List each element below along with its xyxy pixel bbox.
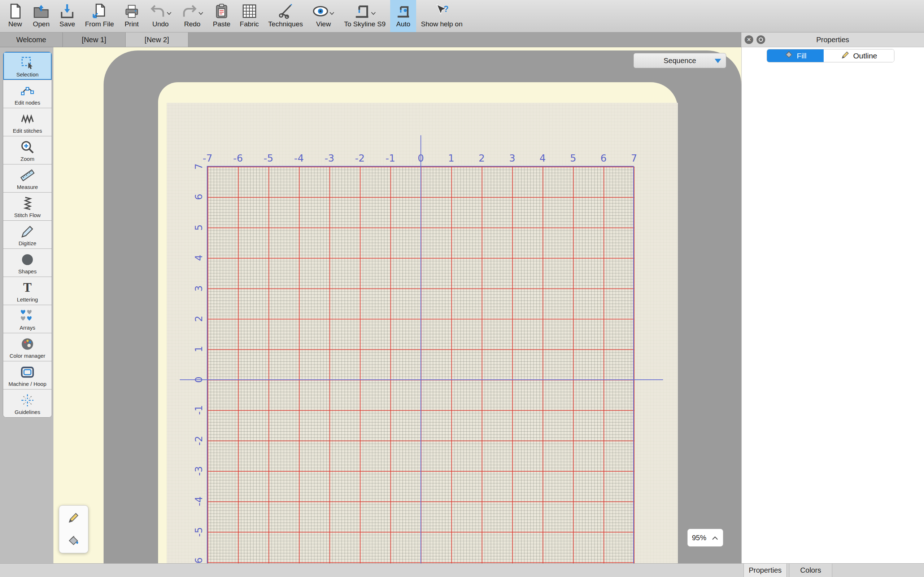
color-manager-icon (20, 336, 35, 352)
tool-label: Stitch Flow (14, 212, 40, 218)
new-document-icon (7, 3, 23, 19)
close-icon[interactable]: ✕ (745, 35, 753, 44)
ruler-left-label: -2 (193, 436, 204, 445)
print-icon (123, 3, 140, 19)
ruler-top-label: -5 (263, 153, 273, 164)
tool-label: Guidelines (15, 409, 40, 415)
ruler-top-label: -3 (325, 153, 334, 164)
status-tab-label: Properties (749, 566, 782, 574)
toolbar-item-label: Show help on (421, 20, 462, 28)
chevron-down-icon (329, 10, 334, 16)
collapse-glyph (758, 37, 763, 42)
ruler-top-label: 6 (601, 153, 607, 164)
toolbar-item-show-help-on[interactable]: ?Show help on (416, 0, 467, 32)
techniques-icon (277, 3, 294, 19)
svg-text:?: ? (444, 4, 449, 14)
ruler-top-label: 5 (570, 153, 576, 164)
toolbar-item-save[interactable]: Save (54, 0, 80, 32)
tool-guidelines[interactable]: Guidelines (3, 390, 52, 417)
sequence-dropdown[interactable]: Sequence (633, 53, 726, 68)
ruler-top-label: -2 (355, 153, 365, 164)
toolbar-item-undo[interactable]: Undo (145, 0, 176, 32)
triangle-down-icon (714, 58, 722, 66)
outline-button[interactable]: Outline (824, 49, 894, 62)
ruler-left-label: -1 (193, 405, 204, 415)
ruler-top-label: -4 (294, 153, 304, 164)
pencil-icon (841, 50, 850, 61)
tool-edit-stitches[interactable]: Edit stitches (3, 108, 52, 136)
ruler-left-label: -4 (193, 496, 204, 506)
toolbar-item-redo[interactable]: Redo (176, 0, 208, 32)
tool-shapes[interactable]: Shapes (3, 249, 52, 277)
tab-new-1[interactable]: [New 1] (63, 32, 126, 47)
ruler-top-label: 2 (478, 153, 485, 164)
tool-label: Digitize (18, 240, 36, 246)
undo-icon (149, 3, 166, 19)
chevron-up-icon (711, 534, 719, 542)
tool-arrays[interactable]: Arrays (3, 305, 52, 333)
bucket-icon[interactable] (62, 531, 85, 551)
toolbar-item-label: Redo (184, 20, 200, 28)
tool-label: Arrays (19, 324, 35, 331)
ruler-top-label: 4 (540, 153, 546, 164)
toolbar-item-view[interactable]: View (307, 0, 339, 32)
ruler-top-label: 0 (418, 153, 424, 164)
ruler-left-label: 3 (193, 285, 204, 292)
toolbar-item-open[interactable]: Open (28, 0, 54, 32)
ruler-left-label: -6 (193, 558, 204, 563)
tool-stack: SelectionEdit nodesEdit stitchesZoomMeas… (3, 52, 52, 417)
measure-icon (20, 167, 35, 184)
zoom-level-control[interactable]: 95% (687, 529, 723, 547)
toolbar-item-new[interactable]: New (2, 0, 28, 32)
ruler-left-label: 2 (193, 316, 204, 322)
tool-machine-hoop[interactable]: Machine / Hoop (3, 361, 52, 390)
guidelines-icon (20, 392, 35, 409)
toolbar-item-fabric[interactable]: Fabric (235, 0, 263, 32)
document-tabbar: Welcome [New 1] [New 2] (0, 32, 741, 47)
tool-stitch-flow[interactable]: Stitch Flow (3, 193, 52, 221)
toolbar-item-label: From File (85, 20, 114, 28)
ruler-left-label: -3 (193, 466, 204, 476)
tool-measure[interactable]: Measure (3, 164, 52, 193)
toolbar-item-to-skyline-s9[interactable]: To Skyline S9 (339, 0, 390, 32)
fill-button[interactable]: Fill (767, 49, 824, 62)
toolbar-item-label: Undo (152, 20, 168, 28)
horizontal-axis-line (180, 379, 663, 380)
ruler-left-label: 0 (193, 377, 204, 383)
tool-edit-nodes[interactable]: Edit nodes (3, 80, 52, 108)
status-tab-colors[interactable]: Colors (789, 564, 832, 577)
toolbar-item-label: To Skyline S9 (344, 20, 386, 28)
toolbar-item-paste[interactable]: Paste (208, 0, 235, 32)
toolbar-item-auto[interactable]: Auto (390, 0, 416, 32)
toolbar-item-label: Techniques (268, 20, 303, 28)
arrays-icon (20, 308, 35, 324)
draw-tools-popup (59, 505, 89, 553)
status-bar: Properties Colors (0, 563, 924, 577)
toolbar-item-label: Paste (213, 20, 231, 28)
toolbar: NewOpenSaveFrom FilePrintUndoRedoPasteFa… (0, 0, 924, 32)
collapse-icon[interactable] (756, 35, 765, 44)
toolbar-item-label: Fabric (240, 20, 259, 28)
ruler-left: 76543210-1-2-3-4-5-6 (192, 167, 205, 563)
ruler-top-label: -1 (386, 153, 395, 164)
ruler-top-label: 3 (509, 153, 515, 164)
ruler-top-label: 7 (631, 153, 637, 164)
tool-selection[interactable]: Selection (3, 52, 52, 80)
toolbar-item-label: Print (124, 20, 139, 28)
toolbar-item-from-file[interactable]: From File (80, 0, 118, 32)
design-canvas[interactable]: -7-6-5-4-3-2-101234567 76543210-1-2-3-4-… (53, 47, 741, 563)
fabric-icon (241, 3, 258, 19)
toolbar-item-techniques[interactable]: Techniques (263, 0, 307, 32)
properties-panel: Fill Outline (741, 47, 924, 563)
ruler-left-label: 5 (193, 224, 204, 230)
pencil-icon[interactable] (62, 508, 85, 528)
tool-color-manager[interactable]: Color manager (3, 333, 52, 361)
tool-zoom[interactable]: Zoom (3, 136, 52, 164)
tool-digitize[interactable]: Digitize (3, 221, 52, 249)
svg-text:T: T (23, 280, 31, 295)
status-tab-properties[interactable]: Properties (743, 564, 787, 577)
toolbar-item-print[interactable]: Print (119, 0, 145, 32)
tab-new-2[interactable]: [New 2] (126, 32, 188, 47)
tab-welcome[interactable]: Welcome (0, 32, 63, 47)
tool-lettering[interactable]: TLettering (3, 277, 52, 305)
